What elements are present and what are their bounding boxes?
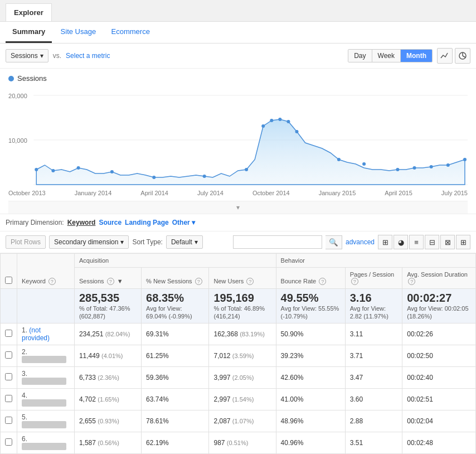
pie-chart-icon[interactable] bbox=[455, 48, 470, 64]
row4-keyword-blurred bbox=[22, 399, 66, 407]
svg-point-11 bbox=[110, 170, 114, 173]
grid-view-icon[interactable]: ⊞ bbox=[378, 235, 392, 249]
svg-point-8 bbox=[35, 168, 38, 171]
svg-line-2 bbox=[463, 56, 465, 57]
row5-sessions: 2,655 (0.93%) bbox=[74, 410, 141, 432]
row5-keyword: 5. bbox=[17, 410, 75, 432]
advanced-link[interactable]: advanced bbox=[346, 238, 375, 246]
row1-sessions: 234,251 (82.04%) bbox=[74, 323, 141, 345]
dim-source[interactable]: Source bbox=[99, 219, 122, 226]
chart-type-icons bbox=[437, 48, 470, 64]
select-all-checkbox-header[interactable] bbox=[1, 254, 17, 289]
select-metric-link[interactable]: Select a metric bbox=[66, 52, 110, 60]
summary-row: 285,535 % of Total: 47.36% (602,887) 68.… bbox=[1, 289, 476, 323]
behavior-group-header: Behavior bbox=[276, 254, 475, 268]
pie-view-icon[interactable]: ◕ bbox=[394, 235, 408, 249]
row5-bounce: 48.96% bbox=[276, 410, 345, 432]
week-btn[interactable]: Week bbox=[372, 50, 401, 62]
sessions-col-header: Sessions ? ▼ bbox=[74, 268, 141, 289]
row4-pages: 3.60 bbox=[345, 389, 402, 410]
row2-avg-session: 00:02:50 bbox=[402, 345, 476, 367]
tab-site-usage[interactable]: Site Usage bbox=[54, 22, 103, 41]
row3-bounce: 42.60% bbox=[276, 367, 345, 389]
data-table: Keyword ? Acquisition Behavior Sessions … bbox=[0, 253, 476, 454]
svg-point-26 bbox=[463, 158, 467, 161]
dim-landing-page[interactable]: Landing Page bbox=[125, 219, 169, 226]
pivot-view-icon[interactable]: ⊟ bbox=[425, 235, 439, 249]
row3-keyword: 3. bbox=[17, 367, 75, 389]
row3-keyword-blurred bbox=[22, 378, 66, 385]
svg-point-19 bbox=[295, 130, 298, 133]
row6-pages: 3.51 bbox=[345, 432, 402, 454]
row5-avg-session: 00:02:04 bbox=[402, 410, 476, 432]
row5-pct-new: 78.61% bbox=[142, 410, 209, 432]
table-search-input[interactable] bbox=[233, 235, 322, 249]
summary-avg-session-cell: 00:02:27 Avg for View: 00:02:05 (18.26%) bbox=[402, 289, 476, 323]
svg-point-13 bbox=[203, 175, 206, 178]
pct-new-col-header: % New Sessions ? bbox=[142, 268, 209, 289]
row1-avg-session: 00:02:26 bbox=[402, 323, 476, 345]
metric-dropdown[interactable]: Sessions ▾ bbox=[6, 49, 48, 62]
explorer-tab[interactable]: Explorer bbox=[6, 3, 52, 21]
bounce-col-header: Bounce Rate ? bbox=[276, 268, 345, 289]
sessions-help-icon[interactable]: ? bbox=[107, 278, 114, 285]
svg-point-16 bbox=[270, 119, 273, 122]
row5-pages: 2.88 bbox=[345, 410, 402, 432]
dim-other[interactable]: Other ▾ bbox=[172, 219, 195, 226]
row3-pct-new: 59.36% bbox=[142, 367, 209, 389]
avg-session-help-icon[interactable]: ? bbox=[408, 278, 415, 285]
bounce-help-icon[interactable]: ? bbox=[319, 278, 326, 285]
row6-avg-session: 00:02:48 bbox=[402, 432, 476, 454]
bar-view-icon[interactable]: ≡ bbox=[409, 235, 424, 249]
row4-pct-new: 63.74% bbox=[142, 389, 209, 410]
summary-pages-cell: 3.16 Avg for View: 2.82 (11.97%) bbox=[345, 289, 402, 323]
secondary-dimension-dropdown[interactable]: Secondary dimension ▾ bbox=[49, 235, 129, 249]
svg-point-21 bbox=[362, 162, 366, 166]
table-row: 6. 1,587 (0.56%) 62.19% 987 (0.51%) 40.9… bbox=[1, 432, 476, 454]
row4-sessions: 4,702 (1.65%) bbox=[74, 389, 141, 410]
row6-bounce: 40.96% bbox=[276, 432, 345, 454]
row2-pct-new: 61.25% bbox=[142, 345, 209, 367]
search-button[interactable]: 🔍 bbox=[326, 235, 342, 249]
svg-text:10,000: 10,000 bbox=[8, 137, 27, 144]
compare-view-icon[interactable]: ⊠ bbox=[440, 235, 455, 249]
row1-pages: 3.11 bbox=[345, 323, 402, 345]
summary-pct-new-cell: 68.35% Avg for View: 69.04% (-0.99%) bbox=[142, 289, 209, 323]
svg-point-25 bbox=[446, 163, 450, 167]
row4-keyword: 4. bbox=[17, 389, 75, 410]
row2-new-users: 7,012 (3.59%) bbox=[209, 345, 276, 367]
row3-avg-session: 00:02:40 bbox=[402, 367, 476, 389]
primary-dimension: Primary Dimension: Keyword Source Landin… bbox=[0, 214, 476, 231]
month-btn[interactable]: Month bbox=[401, 50, 432, 62]
tab-ecommerce[interactable]: Ecommerce bbox=[105, 22, 157, 41]
table-row: 4. 4,702 (1.65%) 63.74% 2,997 (1.54%) 41… bbox=[1, 389, 476, 410]
sort-dropdown[interactable]: Default ▾ bbox=[166, 235, 203, 249]
chart-expand[interactable]: ▾ bbox=[8, 201, 468, 214]
row2-sessions: 11,449 (4.01%) bbox=[74, 345, 141, 367]
row4-bounce: 41.00% bbox=[276, 389, 345, 410]
row2-keyword-blurred bbox=[22, 356, 66, 363]
plot-rows-button[interactable]: Plot Rows bbox=[6, 235, 46, 249]
svg-point-18 bbox=[286, 120, 290, 123]
table-row: 2. 11,449 (4.01%) 61.25% 7,012 (3.59%) 3… bbox=[1, 345, 476, 367]
row4-avg-session: 00:02:51 bbox=[402, 389, 476, 410]
table-row: 5. 2,655 (0.93%) 78.61% 2,087 (1.07%) 48… bbox=[1, 410, 476, 432]
table-row: 1. (not provided) 234,251 (82.04%) 69.31… bbox=[1, 323, 476, 345]
summary-bounce-cell: 49.55% Avg for View: 55.55% (-10.79%) bbox=[276, 289, 345, 323]
pct-new-help-icon[interactable]: ? bbox=[195, 278, 202, 285]
custom-view-icon[interactable]: ⊞ bbox=[456, 235, 470, 249]
row5-new-users: 2,087 (1.07%) bbox=[209, 410, 276, 432]
tab-summary[interactable]: Summary bbox=[6, 22, 52, 43]
keyword-col-header: Keyword ? bbox=[17, 254, 75, 289]
pages-help-icon[interactable]: ? bbox=[351, 278, 358, 285]
svg-point-14 bbox=[245, 168, 248, 171]
legend-dot bbox=[8, 76, 14, 81]
new-users-help-icon[interactable]: ? bbox=[246, 278, 254, 285]
svg-point-20 bbox=[337, 158, 341, 161]
line-chart-icon[interactable] bbox=[437, 48, 453, 64]
tab-bar: Explorer bbox=[0, 0, 476, 22]
keyword-help-icon[interactable]: ? bbox=[48, 278, 56, 285]
row3-new-users: 3,997 (2.05%) bbox=[209, 367, 276, 389]
dim-keyword[interactable]: Keyword bbox=[67, 219, 96, 226]
day-btn[interactable]: Day bbox=[348, 50, 372, 62]
